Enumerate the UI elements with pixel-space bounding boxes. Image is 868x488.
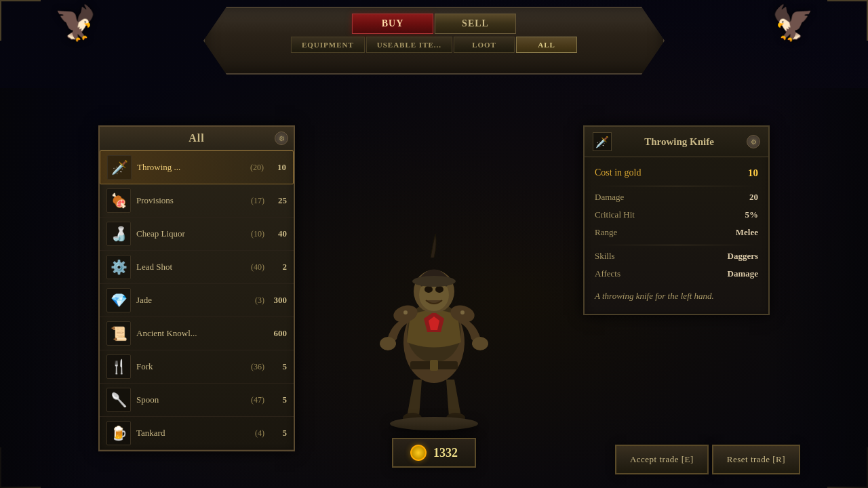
- damage-label: Damage: [595, 192, 624, 203]
- item-detail-content: Cost in gold 10 Damage 20 Critical Hit 5…: [585, 157, 768, 314]
- item-price: 2: [270, 262, 287, 272]
- range-label: Range: [595, 227, 617, 238]
- item-name: Jade: [136, 295, 255, 306]
- nav-ornament-left-figure: 🦅: [54, 3, 96, 43]
- item-icon: 🥄: [106, 388, 131, 412]
- critical-hit-row: Critical Hit 5%: [595, 209, 758, 220]
- list-item[interactable]: 🍖 Provisions (17) 25: [100, 184, 294, 218]
- affects-label: Affects: [595, 268, 620, 279]
- svg-point-5: [435, 286, 443, 293]
- skills-label: Skills: [595, 251, 615, 262]
- item-count: (17): [251, 196, 264, 206]
- svg-point-6: [412, 276, 456, 287]
- side-panel-left: [0, 88, 98, 488]
- top-navigation: 🦅 🦅 BUY SELL EQUIPMENT USEABLE ITE... LO…: [0, 0, 868, 88]
- tab-loot[interactable]: LOOT: [454, 37, 515, 53]
- item-icon: 💎: [106, 288, 131, 312]
- list-item[interactable]: ⚙️ Lead Shot (40) 2: [100, 251, 294, 284]
- sell-button[interactable]: SELL: [435, 14, 516, 34]
- nav-row-sub: EQUIPMENT USEABLE ITE... LOOT ALL: [291, 37, 577, 53]
- list-item[interactable]: 🥄 Spoon (47) 5: [100, 384, 294, 417]
- item-name: Spoon: [136, 394, 251, 405]
- item-list: 🗡️ Throwing ... (20) 10 🍖 Provisions (17…: [100, 150, 294, 450]
- accept-trade-button[interactable]: Accept trade [E]: [615, 445, 709, 474]
- item-name: Tankard: [136, 428, 255, 439]
- item-name: Throwing ...: [137, 162, 250, 173]
- list-item[interactable]: 🍺 Tankard (4) 5: [100, 417, 294, 450]
- item-icon: 🍴: [106, 354, 131, 379]
- trade-buttons: Accept trade [E] Reset trade [R]: [615, 445, 800, 474]
- damage-row: Damage 20: [595, 192, 758, 203]
- skills-row: Skills Daggers: [595, 251, 758, 262]
- item-list-panel: All ⚙ 🗡️ Throwing ... (20) 10 🍖 Provisio…: [98, 125, 295, 451]
- item-price: 40: [270, 228, 287, 239]
- right-panel-scroll-button[interactable]: ⚙: [747, 135, 760, 148]
- range-row: Range Melee: [595, 227, 758, 238]
- cost-row: Cost in gold 10: [595, 167, 758, 179]
- gold-display: 1332: [392, 438, 476, 468]
- item-count: (4): [255, 428, 264, 439]
- item-name: Provisions: [136, 195, 251, 206]
- svg-point-8: [472, 337, 488, 350]
- item-count: (10): [251, 229, 264, 239]
- gold-coin-icon: [410, 445, 427, 461]
- list-item[interactable]: 📜 Ancient Knowl... 600: [100, 317, 294, 350]
- item-icon: 🍶: [106, 222, 131, 246]
- item-detail-title: Throwing Knife: [618, 136, 740, 148]
- item-price: 300: [270, 295, 287, 306]
- stat-divider: [595, 186, 758, 186]
- list-item[interactable]: 🍶 Cheap Liquor (10) 40: [100, 218, 294, 251]
- tab-equipment[interactable]: EQUIPMENT: [291, 37, 365, 53]
- item-price: 600: [270, 328, 287, 339]
- item-price: 5: [270, 361, 287, 372]
- reset-trade-button[interactable]: Reset trade [R]: [712, 445, 800, 474]
- item-count: (36): [251, 362, 264, 372]
- item-count: (20): [250, 163, 264, 173]
- item-icon: ⚙️: [106, 255, 131, 279]
- svg-point-16: [460, 310, 465, 314]
- item-detail-panel: 🗡️ Throwing Knife ⚙ Cost in gold 10 Dama…: [583, 125, 770, 315]
- stat-divider-2: [595, 245, 758, 245]
- critical-hit-value: 5%: [745, 209, 759, 220]
- item-name: Ancient Knowl...: [136, 328, 264, 339]
- svg-rect-12: [430, 360, 438, 371]
- item-count: (3): [255, 296, 264, 306]
- gold-amount: 1332: [433, 446, 458, 460]
- item-icon: 🍺: [106, 421, 131, 445]
- item-name: Cheap Liquor: [136, 228, 251, 239]
- right-panel-header: 🗡️ Throwing Knife ⚙: [585, 127, 768, 157]
- svg-point-4: [425, 286, 433, 293]
- damage-value: 20: [749, 192, 758, 203]
- item-price: 25: [270, 195, 287, 206]
- cost-value: 10: [748, 167, 758, 179]
- list-item[interactable]: 🍴 Fork (36) 5: [100, 350, 294, 384]
- item-name: Fork: [136, 361, 251, 372]
- item-icon: 🍖: [106, 188, 131, 213]
- nav-button-group: BUY SELL EQUIPMENT USEABLE ITE... LOOT A…: [291, 14, 577, 53]
- cost-label: Cost in gold: [595, 167, 641, 179]
- affects-value: Damage: [728, 268, 759, 279]
- item-name: Lead Shot: [136, 262, 251, 272]
- tab-all[interactable]: ALL: [516, 37, 577, 53]
- left-panel-title: All: [189, 132, 204, 144]
- item-price: 5: [270, 394, 287, 405]
- side-panel-right: [770, 88, 868, 488]
- item-price: 5: [270, 428, 287, 439]
- svg-point-7: [380, 337, 396, 350]
- skills-value: Daggers: [728, 251, 759, 262]
- svg-point-15: [403, 310, 408, 314]
- list-item[interactable]: 🗡️ Throwing ... (20) 10: [100, 150, 294, 184]
- list-item[interactable]: 💎 Jade (3) 300: [100, 284, 294, 317]
- affects-row: Affects Damage: [595, 268, 758, 279]
- item-icon: 📜: [106, 321, 131, 346]
- character-base: [390, 417, 478, 430]
- item-price: 10: [269, 162, 286, 173]
- left-panel-scroll-button[interactable]: ⚙: [275, 131, 288, 145]
- character-display: [366, 183, 502, 454]
- item-icon: 🗡️: [107, 155, 132, 180]
- buy-button[interactable]: BUY: [352, 14, 433, 34]
- left-panel-header: All ⚙: [100, 127, 294, 150]
- item-description: A throwing knife for the left hand.: [595, 289, 758, 304]
- tab-useable[interactable]: USEABLE ITE...: [366, 37, 452, 53]
- nav-ornament-right-figure: 🦅: [772, 3, 814, 43]
